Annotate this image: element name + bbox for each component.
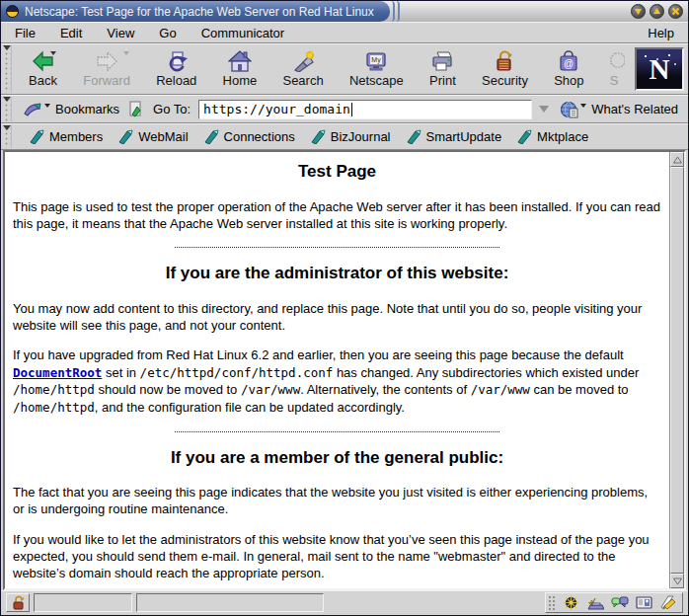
menu-go[interactable]: Go — [159, 26, 176, 40]
personal-link-bizjournal[interactable]: BizJournal — [310, 129, 391, 144]
public-section-heading: If you are a member of the general publi… — [13, 447, 661, 470]
toolbar-grip[interactable] — [3, 125, 12, 148]
url-history-dropdown[interactable] — [537, 100, 551, 119]
menu-file[interactable]: File — [15, 26, 36, 40]
bookmark-pen-icon — [117, 129, 133, 144]
goto-label: Go To: — [153, 102, 191, 116]
netscape-button[interactable]: My Netscape — [344, 49, 409, 89]
scroll-down-button[interactable] — [670, 574, 684, 588]
reload-button[interactable]: Reload — [151, 49, 201, 89]
shop-button[interactable]: @ Shop — [549, 49, 588, 89]
menu-edit[interactable]: Edit — [60, 26, 82, 40]
titlebar-stripe — [391, 1, 395, 22]
netscape-window: Netscape: Test Page for the Apache Web S… — [0, 0, 689, 616]
public-paragraph-2: If you would like to let the administrat… — [13, 531, 661, 582]
divider — [175, 247, 499, 248]
window-menu-icon[interactable] — [6, 5, 19, 18]
titlebar-right — [400, 1, 688, 22]
menu-help[interactable]: Help — [648, 26, 674, 40]
browser-viewport: Test Page This page is used to test the … — [3, 150, 686, 590]
window-title: Netscape: Test Page for the Apache Web S… — [25, 5, 374, 19]
toolbar-buttons: Back Forward Reload — [14, 44, 635, 94]
stop-icon — [610, 50, 625, 72]
composer-button[interactable] — [659, 595, 677, 610]
bookmark-pen-icon — [203, 129, 219, 144]
arrow-up-icon — [652, 7, 661, 16]
bookmark-icon — [23, 101, 42, 117]
print-icon — [430, 50, 454, 72]
titlebar-pill: Netscape: Test Page for the Apache Web S… — [1, 1, 390, 22]
personal-toolbar: Members WebMail Connections BizJournal S… — [1, 123, 688, 150]
path-home-httpd: /home/httpd — [13, 382, 95, 397]
open-padlock-icon — [12, 595, 25, 610]
whats-related-globe-icon — [560, 101, 578, 118]
home-icon — [228, 50, 252, 72]
path-var-www: /var/www — [471, 382, 530, 397]
svg-text:@: @ — [564, 58, 574, 69]
admin-section-heading: If you are the administrator of this web… — [13, 263, 661, 285]
forward-button[interactable]: Forward — [78, 49, 135, 89]
location-proxy-icon[interactable] — [128, 101, 142, 117]
statusbar — [1, 590, 688, 615]
admin-paragraph-1: You may now add content to this director… — [13, 300, 661, 335]
personal-link-connections[interactable]: Connections — [203, 129, 295, 144]
scrollbar-thumb[interactable] — [670, 167, 684, 574]
maximize-button[interactable] — [650, 4, 664, 19]
scroll-up-button[interactable] — [670, 152, 684, 167]
search-button[interactable]: Search — [277, 49, 328, 89]
personal-link-members[interactable]: Members — [29, 129, 103, 144]
component-bar — [545, 592, 683, 613]
public-paragraph-1: The fact that you are seeing this page i… — [13, 484, 661, 518]
svg-text:My: My — [372, 56, 382, 64]
component-bar-grip[interactable] — [548, 595, 556, 610]
menubar: File Edit View Go Communicator Help — [1, 22, 688, 43]
path-httpd-conf: /etc/httpd/conf/httpd.conf — [140, 365, 334, 380]
page-content: Test Page This page is used to test the … — [5, 152, 669, 588]
arrow-down-icon — [634, 7, 643, 16]
security-button[interactable]: Security — [477, 49, 533, 89]
ship-wheel-icon — [563, 595, 579, 610]
bookmarks-button[interactable]: Bookmarks — [19, 100, 123, 118]
close-icon — [671, 7, 680, 16]
back-button[interactable]: Back — [24, 49, 62, 89]
path-var-www: /var/www — [241, 382, 300, 397]
navigator-button[interactable] — [563, 595, 579, 610]
documentroot-link[interactable]: DocumentRoot — [13, 365, 102, 380]
security-status-button[interactable] — [6, 593, 30, 612]
navigation-toolbar: Back Forward Reload — [1, 43, 688, 95]
personal-link-mktplace[interactable]: Mktplace — [516, 129, 588, 144]
menu-view[interactable]: View — [107, 26, 134, 40]
dropdown-caret — [580, 104, 586, 108]
vertical-scrollbar[interactable] — [669, 152, 684, 588]
toolbar-grip[interactable] — [3, 97, 12, 121]
url-input[interactable]: https://your_domain — [198, 100, 532, 119]
close-button[interactable] — [668, 4, 683, 19]
menu-communicator[interactable]: Communicator — [201, 26, 285, 40]
address-book-button[interactable] — [636, 595, 652, 610]
speech-bubbles-icon — [611, 595, 629, 610]
bookmark-pen-icon — [516, 129, 532, 144]
admin-paragraph-2: If you have upgraded from Red Hat Linux … — [13, 346, 661, 416]
composer-pen-icon — [659, 595, 677, 610]
bookmark-pen-icon — [29, 129, 44, 144]
inbox-button[interactable] — [586, 595, 604, 610]
netscape-throbber-logo[interactable]: N — [635, 47, 684, 91]
titlebar[interactable]: Netscape: Test Page for the Apache Web S… — [1, 1, 688, 22]
intro-paragraph: This page is used to test the proper ope… — [13, 198, 661, 233]
personal-link-smartupdate[interactable]: SmartUpdate — [406, 129, 502, 144]
my-netscape-icon: My — [364, 50, 388, 72]
chevron-down-icon — [539, 106, 549, 113]
divider — [175, 431, 499, 432]
path-home-httpd: /home/httpd — [13, 400, 95, 415]
minimize-button[interactable] — [631, 4, 646, 19]
dropdown-caret — [123, 51, 129, 55]
home-button[interactable]: Home — [218, 49, 263, 89]
personal-link-webmail[interactable]: WebMail — [117, 129, 188, 144]
bookmark-pen-icon — [310, 129, 326, 144]
toolbar-grip[interactable] — [3, 45, 12, 93]
whats-related-button[interactable]: What's Related — [556, 100, 682, 119]
discussions-button[interactable] — [611, 595, 629, 610]
stop-button[interactable]: S — [605, 49, 625, 89]
page-title: Test Page — [13, 161, 661, 184]
print-button[interactable]: Print — [424, 49, 461, 89]
